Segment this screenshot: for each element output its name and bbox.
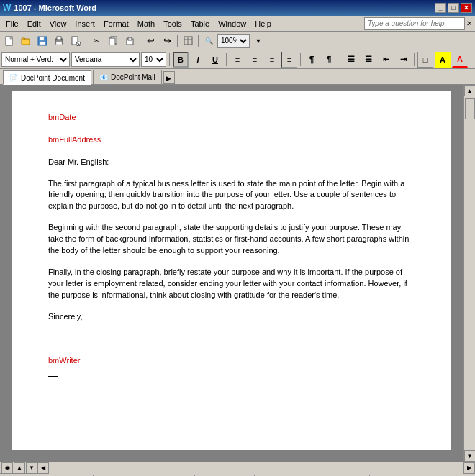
new-button[interactable] xyxy=(1,33,17,49)
menu-search: ✕ xyxy=(364,17,474,30)
format-separator-2 xyxy=(226,53,227,66)
svg-rect-17 xyxy=(184,37,192,45)
align-center-button[interactable]: ≡ xyxy=(247,52,263,68)
table-icon xyxy=(184,36,193,45)
font-color-button[interactable]: A xyxy=(452,52,468,68)
paste-icon xyxy=(125,36,135,45)
document-page: bmDate bmFullAddress Dear Mr. English: T… xyxy=(12,91,451,450)
hscroll-left-button[interactable]: ◀ xyxy=(37,462,49,474)
toolbar-separator-1 xyxy=(86,35,86,47)
zoom-out-button[interactable]: 🔍 xyxy=(201,33,217,49)
scroll-up-button[interactable]: ▲ xyxy=(464,85,476,96)
print-button[interactable] xyxy=(51,33,67,49)
table-button[interactable] xyxy=(180,33,196,49)
toolbar-separator-2 xyxy=(140,35,140,47)
nav-prev-button[interactable]: ▲ xyxy=(14,462,25,474)
toolbar-separator-4 xyxy=(198,35,199,47)
status-bar: Page 1 Sec 1 1/1 At 5.2" Ln 17 Col 9 REC… xyxy=(0,473,475,476)
font-select[interactable]: Verdana xyxy=(71,52,140,67)
align-left-button[interactable]: ≡ xyxy=(230,52,245,68)
title-bar-left: W 1007 - Microsoft Word xyxy=(3,3,96,13)
app-icon: W xyxy=(3,3,11,13)
menu-format[interactable]: Format xyxy=(99,17,133,31)
main-toolbar: ✂ ↩ ↪ 🔍 100% ▼ xyxy=(0,32,475,50)
menu-bar: File Edit View Insert Format Math Tools … xyxy=(0,16,475,32)
highlight-button[interactable]: A xyxy=(435,52,451,68)
svg-rect-6 xyxy=(40,42,45,45)
menu-math[interactable]: Math xyxy=(133,17,159,31)
paste-button[interactable] xyxy=(122,33,137,49)
nav-select-button[interactable]: ◉ xyxy=(1,462,13,474)
hscroll-track xyxy=(49,462,463,474)
italic-button[interactable]: I xyxy=(190,52,206,68)
decrease-indent-button[interactable]: ⇤ xyxy=(378,52,394,68)
document-scroll-area[interactable]: bmDate bmFullAddress Dear Mr. English: T… xyxy=(0,85,463,462)
bullets-button[interactable]: ☰ xyxy=(343,52,359,68)
svg-rect-9 xyxy=(56,42,62,45)
numbering-button[interactable]: ☰ xyxy=(361,52,376,68)
copy-icon xyxy=(109,36,118,45)
menu-table[interactable]: Table xyxy=(186,17,214,31)
toolbar-dropdown[interactable]: ▼ xyxy=(250,33,266,49)
border-button[interactable]: □ xyxy=(417,52,433,68)
vertical-scrollbar: ▲ ▼ xyxy=(463,85,475,462)
search-input[interactable] xyxy=(364,17,465,30)
bookmark-date: bmDate xyxy=(48,112,415,123)
minimize-button[interactable]: _ xyxy=(435,3,446,13)
cut-button[interactable]: ✂ xyxy=(89,33,104,49)
print-icon xyxy=(54,36,64,46)
maximize-button[interactable]: □ xyxy=(448,3,459,13)
save-icon xyxy=(37,36,48,46)
tab-docpoint-mail[interactable]: 📧 DocPoint Mail xyxy=(93,70,162,84)
menu-window[interactable]: Window xyxy=(214,17,250,31)
open-icon xyxy=(21,36,31,46)
justify-button[interactable]: ≡ xyxy=(281,52,297,68)
copy-button[interactable] xyxy=(105,33,121,49)
scroll-down-button[interactable]: ▼ xyxy=(464,450,476,462)
bookmark-writer: bmWriter xyxy=(48,355,415,366)
svg-rect-16 xyxy=(128,37,132,40)
paragraph-mark-button[interactable]: ¶ xyxy=(304,52,320,68)
menu-edit[interactable]: Edit xyxy=(23,17,45,31)
menu-insert[interactable]: Insert xyxy=(71,17,99,31)
close-button[interactable]: ✕ xyxy=(461,3,472,13)
tab-document-label: DocPoint Document xyxy=(21,74,85,82)
style-select[interactable]: Normal + Verd: xyxy=(1,52,70,67)
increase-indent-button[interactable]: ⇥ xyxy=(395,52,411,68)
tab-scroll-right[interactable]: ▶ xyxy=(163,71,175,84)
scroll-thumb[interactable] xyxy=(465,98,475,119)
preview-button[interactable] xyxy=(68,33,83,49)
horizontal-scrollbar: ◉ ▲ ▼ ◀ ▶ xyxy=(0,462,475,473)
paragraph-2: Beginning with the second paragraph, sta… xyxy=(48,222,415,257)
undo-button[interactable]: ↩ xyxy=(142,33,158,49)
salutation: Dear Mr. English: xyxy=(48,157,415,168)
svg-rect-14 xyxy=(109,38,115,45)
save-button[interactable] xyxy=(35,33,50,49)
size-select[interactable]: 10 xyxy=(141,52,166,67)
format-toolbar: Normal + Verd: Verdana 10 B I U ≡ ≡ ≡ ≡ … xyxy=(0,50,475,69)
search-close-icon[interactable]: ✕ xyxy=(465,19,474,27)
menu-file[interactable]: File xyxy=(1,17,23,31)
hscroll-right-button[interactable]: ▶ xyxy=(463,462,475,474)
format-separator-1 xyxy=(169,53,170,66)
menu-tools[interactable]: Tools xyxy=(159,17,186,31)
align-right-button[interactable]: ≡ xyxy=(264,52,280,68)
title-bar: W 1007 - Microsoft Word _ □ ✕ xyxy=(0,0,475,16)
format-separator-4 xyxy=(340,53,340,66)
underline-button[interactable]: U xyxy=(207,52,223,68)
doc-area: bmDate bmFullAddress Dear Mr. English: T… xyxy=(0,85,475,462)
window-title: 1007 - Microsoft Word xyxy=(14,4,96,12)
tab-mail-label: DocPoint Mail xyxy=(111,73,155,81)
menu-help[interactable]: Help xyxy=(250,17,276,31)
paragraph-3: Finally, in the closing paragraph, brief… xyxy=(48,267,415,301)
redo-button[interactable]: ↪ xyxy=(159,33,175,49)
bold-button[interactable]: B xyxy=(173,52,189,68)
tab-docpoint-document[interactable]: 📄 DocPoint Document xyxy=(3,70,91,85)
zoom-select[interactable]: 100% xyxy=(217,34,250,48)
menu-view[interactable]: View xyxy=(45,17,71,31)
paragraph-1: The first paragraph of a typical busines… xyxy=(48,178,415,213)
show-formatting-button[interactable]: ¶̈ xyxy=(321,52,337,68)
nav-next-button[interactable]: ▼ xyxy=(26,462,37,474)
nav-buttons: ◉ ▲ ▼ xyxy=(1,462,37,474)
open-button[interactable] xyxy=(18,33,34,49)
